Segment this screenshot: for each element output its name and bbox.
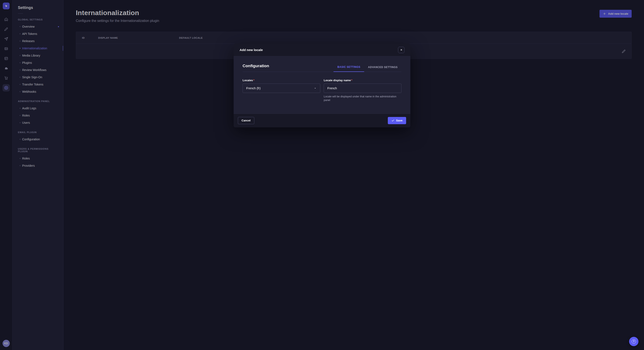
- help-icon: ?: [632, 339, 636, 344]
- modal-body: Configuration BASIC SETTINGS ADVANCED SE…: [234, 56, 410, 114]
- modal-header: Add new locale: [234, 44, 410, 56]
- display-name-field: Locale display name* Locale will be disp…: [324, 79, 402, 102]
- save-button-label: Save: [396, 119, 402, 122]
- display-name-hint: Locale will be displayed under that name…: [324, 95, 402, 102]
- display-name-label: Locale display name*: [324, 79, 402, 82]
- locales-field: Locales* French (fr): [242, 79, 320, 102]
- check-icon: [392, 119, 394, 122]
- chevron-down-icon: [314, 87, 317, 90]
- tab-advanced-settings[interactable]: ADVANCED SETTINGS: [364, 65, 402, 72]
- configuration-header: Configuration BASIC SETTINGS ADVANCED SE…: [242, 64, 402, 72]
- modal-footer: Cancel Save: [234, 114, 410, 127]
- locales-select[interactable]: French (fr): [242, 84, 320, 93]
- add-locale-modal: Add new locale Configuration BASIC SETTI…: [234, 44, 410, 127]
- locales-label: Locales*: [242, 79, 320, 82]
- display-name-input[interactable]: [324, 84, 402, 93]
- save-button[interactable]: Save: [388, 117, 406, 124]
- display-name-label-text: Locale display name: [324, 79, 351, 82]
- modal-title: Add new locale: [240, 48, 263, 52]
- locales-label-text: Locales: [242, 79, 253, 82]
- configuration-title: Configuration: [242, 64, 269, 72]
- required-marker: *: [351, 79, 352, 82]
- help-button[interactable]: ?: [629, 337, 638, 346]
- close-icon[interactable]: [398, 47, 404, 53]
- settings-tabs: BASIC SETTINGS ADVANCED SETTINGS: [334, 65, 402, 72]
- locales-select-value: French (fr): [246, 87, 261, 90]
- locale-form: Locales* French (fr) Locale display name…: [242, 79, 402, 102]
- tab-basic-settings[interactable]: BASIC SETTINGS: [334, 65, 364, 72]
- required-marker: *: [253, 79, 254, 82]
- cancel-button[interactable]: Cancel: [238, 117, 254, 124]
